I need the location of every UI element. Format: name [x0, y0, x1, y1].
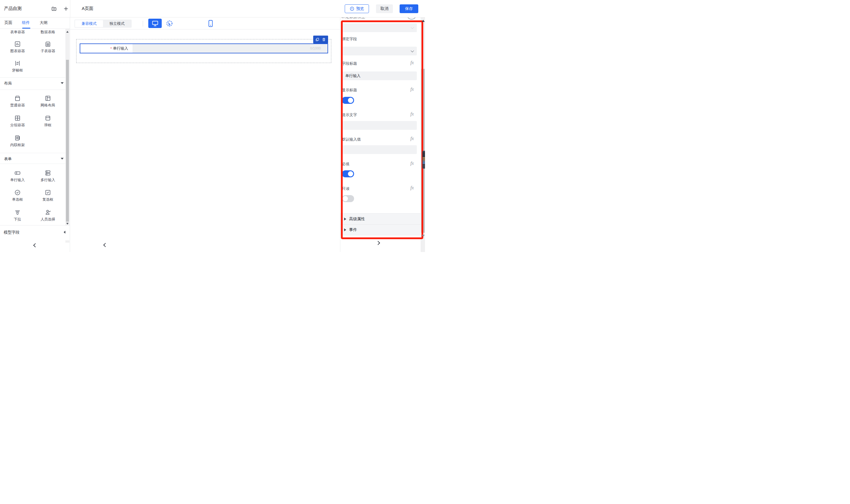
- fx-formula-icon[interactable]: fx: [411, 111, 414, 117]
- group-container-icon: [2, 114, 33, 122]
- scroll-up-icon[interactable]: [66, 31, 69, 33]
- section-layout[interactable]: 布局: [0, 78, 70, 88]
- component-item-transfer[interactable]: 穿梭框: [2, 59, 33, 73]
- component-item-group-container[interactable]: 分组容器: [2, 114, 33, 128]
- mode-independent[interactable]: 独立模式: [103, 20, 131, 27]
- component-item-inline-frame[interactable]: 内联框架: [2, 134, 33, 148]
- grid-layout-icon: [33, 94, 63, 102]
- show-title-label: 显示标题: [342, 88, 357, 93]
- tab-components[interactable]: 组件: [22, 18, 31, 29]
- design-canvas[interactable]: 兼容模式 独立模式 * 单行输入 0/1000: [70, 18, 340, 252]
- desktop-icon: [152, 21, 158, 26]
- component-sidebar: 页面 组件 大纲 表单容器 数据表格 图表容器 子表容器 穿梭框 布局 普通容器…: [0, 18, 70, 252]
- chart-container-icon: [2, 40, 33, 48]
- component-item-radio[interactable]: 单选框: [2, 189, 33, 202]
- add-page-icon[interactable]: [63, 6, 69, 13]
- transfer-icon: [2, 59, 33, 67]
- scroll-up-icon[interactable]: [422, 20, 425, 22]
- component-item-grid-layout[interactable]: 网格布局: [33, 94, 63, 108]
- fx-formula-icon[interactable]: fx: [411, 87, 414, 92]
- events-section[interactable]: 事件: [340, 224, 421, 235]
- char-counter: 0/1000: [310, 47, 321, 51]
- sidebar-collapse-chevron[interactable]: [33, 243, 37, 247]
- mode-compatible[interactable]: 兼容模式: [75, 20, 103, 27]
- collapse-left-icon: [64, 231, 65, 234]
- component-item-chart-container[interactable]: 图表容器: [2, 40, 33, 54]
- show-title-toggle[interactable]: [342, 97, 354, 104]
- preview-button[interactable]: 预览: [345, 4, 369, 13]
- field-input-area[interactable]: 0/1000: [133, 44, 328, 53]
- field-label: * 单行输入: [80, 44, 133, 53]
- mobile-icon: [208, 20, 213, 27]
- trash-icon[interactable]: [322, 38, 326, 41]
- app-header: 产品自测 A页面 预览 取消 保存: [0, 0, 425, 18]
- fx-formula-icon[interactable]: fx: [411, 161, 414, 166]
- readonly-toggle[interactable]: [342, 195, 354, 202]
- bind-field-select[interactable]: [342, 47, 417, 55]
- required-toggle[interactable]: [342, 170, 354, 177]
- panel-collapse-chevron[interactable]: [376, 241, 380, 245]
- expand-right-icon: [344, 218, 346, 220]
- component-item-checkbox[interactable]: 复选框: [33, 189, 63, 202]
- field-title-input[interactable]: 单行输入: [342, 71, 417, 80]
- collapse-arrow-icon: [61, 158, 64, 160]
- copy-icon[interactable]: [315, 38, 319, 41]
- radio-icon: [2, 189, 33, 196]
- bind-field-label: 绑定字段: [342, 36, 357, 42]
- page-title: A页面: [82, 6, 93, 11]
- sidebar-scrollbar-thumb[interactable]: [66, 60, 69, 222]
- chevron-down-icon: [411, 49, 414, 52]
- header-divider: [70, 0, 70, 18]
- placeholder-label: 提示文字: [342, 112, 357, 118]
- properties-panel: 绑定数据模型 绑定字段 字段标题 fx 单行输入 显示标题 fx 提示文字 fx…: [340, 18, 425, 252]
- device-dashboard-button[interactable]: [164, 19, 175, 28]
- required-asterisk: *: [110, 47, 112, 51]
- single-line-input-field[interactable]: * 单行输入 0/1000: [80, 43, 328, 53]
- dashboard-gauge-icon: [166, 20, 173, 27]
- component-item-form-container[interactable]: 表单容器: [2, 30, 33, 35]
- scroll-down-icon[interactable]: [66, 223, 69, 224]
- component-item-person-picker[interactable]: 人员选择: [33, 209, 63, 222]
- field-title-label: 字段标题: [342, 61, 357, 66]
- subtable-container-icon: [33, 40, 63, 48]
- tab-pages[interactable]: 页面: [4, 18, 13, 29]
- component-item-multi-line-input[interactable]: 多行输入: [33, 169, 63, 183]
- cancel-button[interactable]: 取消: [376, 4, 393, 13]
- scroll-minimap-widget: [422, 151, 425, 168]
- component-item-single-line-input[interactable]: 单行输入: [2, 169, 33, 183]
- component-item-plain-container[interactable]: 普通容器: [2, 94, 33, 108]
- device-mobile-button[interactable]: [204, 19, 217, 28]
- model-fields-section[interactable]: 模型字段: [0, 225, 70, 240]
- mode-switcher: 兼容模式 独立模式: [74, 20, 132, 28]
- checkbox-icon: [33, 189, 63, 196]
- project-title: 产品自测: [4, 6, 22, 11]
- dropdown-icon: [2, 209, 33, 216]
- scroll-down-icon[interactable]: [422, 235, 425, 237]
- fx-formula-icon[interactable]: fx: [411, 60, 414, 65]
- component-item-data-table[interactable]: 数据表格: [33, 30, 63, 35]
- device-desktop-button[interactable]: [148, 19, 162, 28]
- component-item-subtable-container[interactable]: 子表容器: [33, 40, 63, 54]
- tab-outline[interactable]: 大纲: [40, 18, 49, 29]
- fx-formula-icon[interactable]: fx: [411, 136, 414, 141]
- advanced-properties-section[interactable]: 高级属性: [340, 214, 421, 224]
- placeholder-input[interactable]: [342, 121, 417, 130]
- multi-line-input-icon: [33, 169, 63, 177]
- inline-frame-icon: [2, 134, 33, 142]
- section-form[interactable]: 表单: [0, 154, 70, 164]
- save-button[interactable]: 保存: [400, 4, 418, 13]
- selected-component-outline[interactable]: * 单行输入 0/1000: [76, 39, 331, 63]
- default-value-input[interactable]: [342, 145, 417, 154]
- canvas-left-chevron[interactable]: [103, 243, 107, 247]
- modal-icon: [33, 114, 63, 122]
- default-value-label: 默认输入值: [342, 137, 361, 142]
- component-item-modal[interactable]: 弹框: [33, 114, 63, 128]
- component-item-dropdown[interactable]: 下拉: [2, 209, 33, 222]
- single-line-input-icon: [2, 169, 33, 177]
- bind-model-select[interactable]: [342, 23, 417, 32]
- readonly-label: 只读: [342, 186, 349, 191]
- fx-formula-icon[interactable]: fx: [411, 185, 414, 191]
- component-action-bar: [313, 36, 328, 43]
- new-folder-icon[interactable]: [51, 6, 57, 13]
- play-circle-icon: [350, 6, 354, 11]
